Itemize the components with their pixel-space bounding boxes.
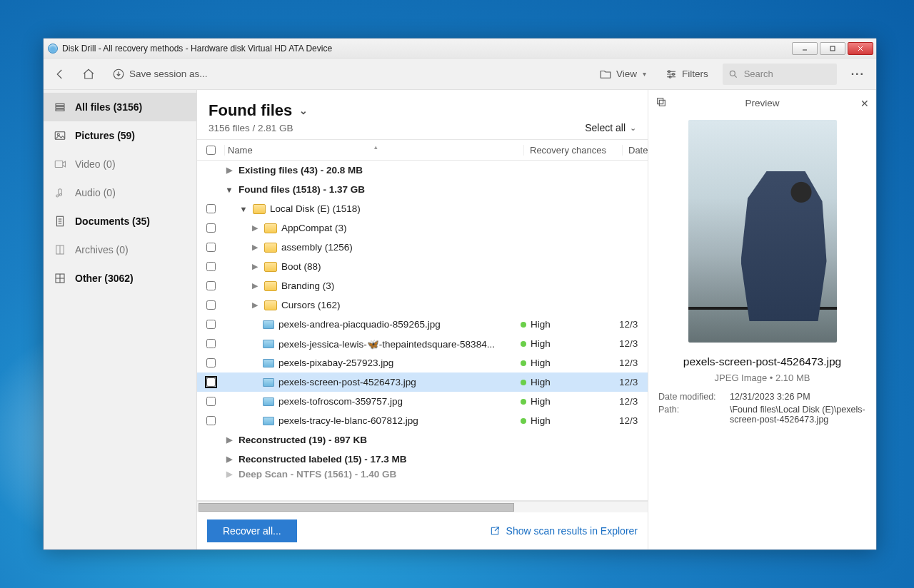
row-date: 12/3 bbox=[619, 377, 645, 387]
row-checkbox[interactable] bbox=[197, 397, 224, 406]
app-window: Disk Drill - All recovery methods - Hard… bbox=[43, 38, 877, 550]
minimize-button[interactable] bbox=[792, 42, 818, 55]
row-checkbox[interactable] bbox=[197, 243, 224, 252]
sidebar-item-audio[interactable]: Audio (0) bbox=[44, 178, 196, 207]
path-key: Path: bbox=[658, 405, 724, 425]
recovery-chance: High bbox=[521, 415, 619, 426]
group-row[interactable]: ▶Reconstructed labeled (15) - 17.3 MB bbox=[197, 450, 648, 469]
group-row[interactable]: ▶Reconstructed (19) - 897 KB bbox=[197, 430, 648, 450]
image-file-icon bbox=[263, 397, 274, 406]
image-file-icon bbox=[263, 359, 274, 368]
chevron-down-icon[interactable]: ⌄ bbox=[299, 105, 308, 116]
chevron-down-icon: ⌄ bbox=[630, 123, 636, 133]
expand-toggle[interactable]: ▶ bbox=[224, 166, 234, 175]
show-in-explorer-link[interactable]: Show scan results in Explorer bbox=[489, 525, 638, 537]
group-row[interactable]: ▶Deep Scan - NTFS (1561) - 1.40 GB bbox=[197, 469, 648, 479]
audio-icon bbox=[54, 186, 66, 199]
sidebar: All files (3156)Pictures (59)Video (0)Au… bbox=[44, 90, 197, 549]
sidebar-item-label: Audio (0) bbox=[75, 187, 116, 198]
back-button[interactable] bbox=[51, 64, 69, 85]
chevron-down-icon: ▾ bbox=[643, 70, 646, 78]
maximize-button[interactable] bbox=[820, 42, 845, 55]
expand-toggle[interactable]: ▶ bbox=[250, 300, 260, 310]
row-checkbox[interactable] bbox=[197, 300, 224, 310]
file-tree[interactable]: ▶Existing files (43) - 20.8 MB▼Found fil… bbox=[197, 161, 648, 500]
close-preview-button[interactable]: ✕ bbox=[860, 98, 869, 109]
row-label: pexels-pixabay-257923.jpg bbox=[278, 358, 393, 368]
folder-row[interactable]: ▼Local Disk (E) (1518) bbox=[197, 199, 648, 218]
column-name[interactable]: ▴Name bbox=[224, 145, 523, 156]
select-all-checkbox[interactable] bbox=[197, 146, 224, 155]
column-recovery[interactable]: Recovery chances bbox=[523, 145, 622, 156]
expand-toggle[interactable]: ▼ bbox=[238, 205, 248, 213]
titlebar: Disk Drill - All recovery methods - Hard… bbox=[44, 39, 876, 59]
folder-row[interactable]: ▶Cursors (162) bbox=[197, 295, 648, 315]
status-dot-icon bbox=[521, 341, 526, 347]
footer: Recover all... Show scan results in Expl… bbox=[197, 512, 648, 549]
save-session-button[interactable]: Save session as... bbox=[108, 64, 212, 85]
preview-header: Preview ✕ bbox=[648, 90, 876, 117]
row-checkbox[interactable] bbox=[197, 204, 224, 213]
more-button[interactable]: ··· bbox=[847, 65, 869, 83]
filters-button[interactable]: Filters bbox=[661, 64, 713, 85]
sliders-icon bbox=[665, 68, 678, 81]
sidebar-item-video[interactable]: Video (0) bbox=[44, 150, 196, 178]
folder-row[interactable]: ▶AppCompat (3) bbox=[197, 218, 648, 238]
row-checkbox[interactable] bbox=[197, 358, 224, 368]
image-file-icon bbox=[263, 340, 274, 348]
file-row[interactable]: pexels-tracy-le-blanc-607812.jpgHigh12/3 bbox=[197, 411, 648, 430]
file-row[interactable]: pexels-screen-post-4526473.jpgHigh12/3 bbox=[197, 372, 648, 392]
view-button[interactable]: View▾ bbox=[595, 64, 651, 85]
copy-icon[interactable] bbox=[656, 96, 667, 110]
row-checkbox[interactable] bbox=[197, 416, 224, 425]
expand-toggle[interactable]: ▶ bbox=[250, 281, 260, 290]
select-all-button[interactable]: Select all⌄ bbox=[585, 122, 636, 133]
sidebar-item-other[interactable]: Other (3062) bbox=[44, 264, 196, 293]
sidebar-item-label: Pictures (59) bbox=[75, 130, 135, 141]
expand-toggle[interactable]: ▼ bbox=[224, 186, 234, 194]
home-button[interactable] bbox=[79, 64, 98, 85]
folder-row[interactable]: ▶assembly (1256) bbox=[197, 238, 648, 257]
row-checkbox[interactable] bbox=[197, 377, 224, 387]
row-checkbox[interactable] bbox=[197, 262, 224, 271]
file-row[interactable]: pexels-andrea-piacquadio-859265.jpgHigh1… bbox=[197, 315, 648, 334]
row-label: pexels-andrea-piacquadio-859265.jpg bbox=[278, 319, 441, 330]
close-button[interactable] bbox=[848, 42, 873, 55]
row-checkbox[interactable] bbox=[197, 339, 224, 348]
folder-row[interactable]: ▶Boot (88) bbox=[197, 257, 648, 276]
file-row[interactable]: pexels-jessica-lewis-🦋-thepaintedsquare-… bbox=[197, 334, 648, 353]
column-date[interactable]: Date bbox=[622, 145, 648, 156]
expand-toggle[interactable]: ▶ bbox=[224, 455, 234, 464]
group-row[interactable]: ▶Existing files (43) - 20.8 MB bbox=[197, 161, 648, 180]
file-row[interactable]: pexels-tofroscom-359757.jpgHigh12/3 bbox=[197, 392, 648, 411]
folder-icon bbox=[253, 204, 266, 214]
sidebar-item-archives[interactable]: Archives (0) bbox=[44, 235, 196, 264]
folder-icon bbox=[264, 262, 277, 272]
expand-toggle[interactable]: ▶ bbox=[224, 435, 234, 445]
recover-all-button[interactable]: Recover all... bbox=[207, 519, 297, 542]
horizontal-scrollbar[interactable] bbox=[197, 501, 648, 512]
folder-icon bbox=[264, 300, 277, 310]
sidebar-item-pictures[interactable]: Pictures (59) bbox=[44, 121, 196, 150]
sidebar-item-all[interactable]: All files (3156) bbox=[44, 93, 196, 121]
svg-point-14 bbox=[57, 133, 59, 136]
row-checkbox[interactable] bbox=[197, 223, 224, 233]
sidebar-item-documents[interactable]: Documents (35) bbox=[44, 207, 196, 235]
save-session-label: Save session as... bbox=[129, 69, 208, 79]
group-row[interactable]: ▼Found files (1518) - 1.37 GB bbox=[197, 180, 648, 199]
row-checkbox[interactable] bbox=[197, 281, 224, 290]
svg-rect-28 bbox=[658, 98, 663, 104]
expand-toggle[interactable]: ▶ bbox=[224, 470, 234, 479]
video-icon bbox=[54, 158, 66, 171]
app-icon bbox=[48, 44, 58, 54]
preview-label: Preview bbox=[745, 98, 779, 108]
search-input[interactable]: Search bbox=[723, 64, 837, 85]
svg-rect-12 bbox=[56, 109, 64, 111]
row-checkbox[interactable] bbox=[197, 320, 224, 329]
folder-row[interactable]: ▶Branding (3) bbox=[197, 276, 648, 295]
row-label: assembly (1256) bbox=[281, 242, 353, 253]
expand-toggle[interactable]: ▶ bbox=[250, 223, 260, 233]
file-row[interactable]: pexels-pixabay-257923.jpgHigh12/3 bbox=[197, 353, 648, 372]
expand-toggle[interactable]: ▶ bbox=[250, 243, 260, 252]
expand-toggle[interactable]: ▶ bbox=[250, 262, 260, 271]
